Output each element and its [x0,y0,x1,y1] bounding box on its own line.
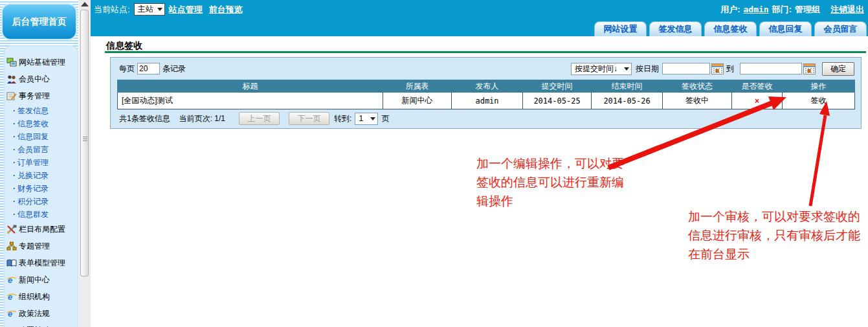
per-page-label: 每页 [119,63,135,74]
date-from-input[interactable] [662,63,710,74]
sidebar-item-layout-config[interactable]: 栏目布局配置 [5,221,78,238]
user-label: 用户: [720,4,740,16]
front-preview-link[interactable]: 前台预览 [209,4,243,16]
tab-label: 会员留言 [824,23,858,35]
sidebar-item-label: 信息群发 [17,209,49,220]
calendar-icon[interactable] [711,63,724,74]
sidebar-item-finance-record[interactable]: 财务记录 [5,182,78,195]
tab-member-message[interactable]: 会员留言 [814,21,867,36]
form-model-icon [6,258,17,268]
cell-publisher: admin [452,93,523,109]
tab-info-reply[interactable]: 信息回复 [759,21,812,36]
goto-page-value: 1 [359,114,363,123]
date-to-input[interactable] [740,63,802,74]
cell-title: [全国动态]测试 [118,93,383,109]
current-page: 当前页次: 1/1 [179,113,225,124]
sidebar-item-label: 订单管理 [17,157,49,168]
goto-label: 转到: [334,113,351,124]
sidebar-item-label: 政策法规 [19,308,50,319]
sort-select[interactable]: 按提交时间↓ [571,63,632,75]
sidebar-item-affairs[interactable]: 事务管理 [5,87,78,104]
sidebar-item-sign-issue[interactable]: 签发信息 [5,104,78,117]
sidebar-item-form-model[interactable]: 表单模型管理 [5,254,78,271]
sidebar-item-order-manage[interactable]: 订单管理 [5,156,78,169]
sidebar-item-topics[interactable]: 专题管理 [5,238,78,254]
next-page-button[interactable]: 下一页 [289,112,329,125]
svg-text:e: e [8,275,12,285]
table-row: [全国动态]测试 新闻中心 admin 2014-05-25 2014-05-2… [118,93,855,109]
goto-page-select[interactable]: 1 [355,113,378,125]
tab-info-receive[interactable]: 信息签收 [704,21,757,36]
sidebar-scrollbar[interactable] [78,0,91,327]
sidebar-item-info-receive[interactable]: 信息签收 [5,117,78,130]
sidebar-item-label: 积分记录 [17,196,49,207]
per-page-suffix: 条记录 [162,63,186,74]
cell-belong-table: 新闻中心 [383,93,452,109]
tab-sign-issue[interactable]: 签发信息 [649,21,702,36]
svg-text:e: e [8,309,12,319]
sidebar-item-label: 兑换记录 [17,170,49,181]
pagination: 共1条签收信息 当前页次: 1/1 上一页 下一页 转到: 1 页 [119,112,389,125]
sidebar-home-button[interactable]: 后台管理首页 [1,3,77,40]
page-title: 信息签收 [106,40,142,52]
tab-label: 网站设置 [604,23,638,35]
col-status: 签收状态 [663,80,732,93]
tab-label: 信息签收 [714,23,748,35]
sidebar-item-exchange-record[interactable]: 兑换记录 [5,169,78,182]
username-link[interactable]: admin [744,5,769,14]
sidebar-menu: 网站基础管理 会员中心 事务管理 签发信息 信息签收 信息回复 会员留言 订单管… [4,45,78,327]
cell-status: 签收中 [663,93,732,109]
sidebar-item-label: 表单模型管理 [19,258,65,269]
chevron-down-icon [624,67,629,71]
sidebar-item-label: 新闻中心 [19,275,50,286]
annotation-audit-note: 加一个审核，可以对要求签收的信息进行审核，只有审核后才能在前台显示 [688,207,862,264]
layout-config-icon [6,225,17,234]
sidebar-item-label: 购置补贴 [19,325,50,327]
col-submit-time: 提交时间 [523,80,592,93]
col-received: 是否签收 [732,80,783,93]
scroll-up-icon[interactable] [81,2,89,6]
current-site-label: 当前站点: [94,4,130,16]
sidebar-item-label: 会员中心 [19,74,50,85]
sidebar-item-site-base[interactable]: 网站基础管理 [5,54,78,71]
per-page-input[interactable] [137,63,160,74]
sort-select-value: 按提交时间↓ [575,63,618,74]
sidebar-item-info-reply[interactable]: 信息回复 [5,130,78,143]
not-received-icon: × [732,93,783,109]
tab-site-settings[interactable]: 网站设置 [594,21,647,36]
receive-action-link[interactable]: 签收 [783,93,855,109]
col-belong-table: 所属表 [383,80,452,93]
sidebar-item-purchase-subsidy[interactable]: e 购置补贴 [5,322,78,327]
sidebar-item-policy[interactable]: e 政策法规 [5,305,78,322]
tab-bar: 网站设置 签发信息 信息签收 信息回复 会员留言 [91,19,868,36]
sidebar-item-member-message[interactable]: 会员留言 [5,143,78,156]
dept-label: 部门: [772,4,792,16]
table-header-row: 标题 所属表 发布人 提交时间 结束时间 签收状态 是否签收 操作 [118,80,855,93]
sidebar: 后台管理首页 网站基础管理 会员中心 事务管理 签发信息 信息签收 信息回复 会… [0,0,78,327]
sidebar-home-label: 后台管理首页 [12,16,67,28]
tab-label: 签发信息 [659,23,693,35]
prev-page-button[interactable]: 上一页 [239,112,280,125]
ie-icon: e [6,275,17,285]
scrollbar-thumb[interactable] [80,10,89,276]
sidebar-item-label: 专题管理 [19,241,50,252]
confirm-button[interactable]: 确定 [822,62,854,76]
sidebar-item-points-record[interactable]: 积分记录 [5,195,78,208]
members-icon [6,74,17,84]
site-select[interactable]: 主站 [134,3,165,16]
date-filter-label: 按日期 [636,63,659,74]
records-table: 标题 所属表 发布人 提交时间 结束时间 签收状态 是否签收 操作 [全国动态]… [117,80,855,109]
title-rule [105,51,866,53]
sidebar-item-member-center[interactable]: 会员中心 [5,71,78,87]
sidebar-item-organization[interactable]: e 组织机构 [5,288,78,305]
dept-value: 管理组 [795,4,820,16]
col-publisher: 发布人 [452,80,523,93]
sidebar-item-mass-message[interactable]: 信息群发 [5,208,78,221]
sidebar-item-news-center[interactable]: e 新闻中心 [5,271,78,288]
site-select-value: 主站 [138,4,153,15]
sidebar-item-label: 事务管理 [19,91,50,102]
site-manage-link[interactable]: 站点管理 [169,4,203,16]
logout-link[interactable]: 注销退出 [830,4,864,16]
col-action: 操作 [783,80,855,93]
calendar-icon[interactable] [803,63,816,74]
